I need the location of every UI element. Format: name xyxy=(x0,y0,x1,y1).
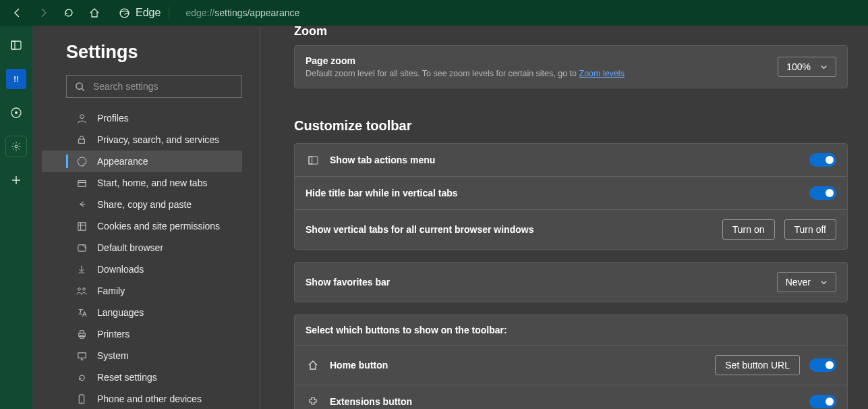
nav-label: Family xyxy=(97,285,125,296)
download-icon xyxy=(76,265,88,274)
turn-off-button[interactable]: Turn off xyxy=(784,219,836,240)
nav-label: Start, home, and new tabs xyxy=(97,178,207,188)
lock-icon xyxy=(76,135,88,144)
home-row-icon xyxy=(306,360,320,371)
nav-start[interactable]: Start, home, and new tabs xyxy=(42,172,242,194)
search-input[interactable] xyxy=(93,81,233,92)
home-button-toolbar[interactable] xyxy=(82,3,107,23)
set-button-url-button[interactable]: Set button URL xyxy=(715,355,800,375)
select-buttons-heading: Select which buttons to show on the tool… xyxy=(306,325,507,335)
settings-title: Settings xyxy=(66,42,242,63)
nav-profiles[interactable]: Profiles xyxy=(42,107,242,129)
nav-default-browser[interactable]: Default browser xyxy=(42,237,242,258)
favorites-value: Never xyxy=(786,277,811,288)
nav-label: Reset settings xyxy=(97,372,157,383)
search-settings[interactable] xyxy=(66,75,242,98)
favorites-card: Show favorites bar Never xyxy=(294,262,848,302)
phone-icon xyxy=(76,394,88,404)
page-zoom-label: Page zoom xyxy=(306,55,768,66)
home-icon xyxy=(89,7,100,18)
nav-phone[interactable]: Phone and other devices xyxy=(42,388,242,409)
svg-point-13 xyxy=(83,288,86,291)
nav-label: Appearance xyxy=(97,156,148,167)
svg-point-12 xyxy=(78,288,81,291)
page-zoom-dropdown[interactable]: 100% xyxy=(778,57,836,77)
nav-label: Printers xyxy=(97,329,129,339)
home-button-toggle[interactable] xyxy=(809,358,836,372)
nav-label: Privacy, search, and services xyxy=(97,134,219,145)
toolbar-card-1: Show tab actions menu Hide title bar whi… xyxy=(294,143,848,250)
site-identity[interactable]: Edge xyxy=(112,3,176,23)
nav-cookies[interactable]: Cookies and site permissions xyxy=(42,215,242,237)
tab-actions-row-icon xyxy=(306,155,320,165)
nav-system[interactable]: System xyxy=(42,345,242,366)
new-tab-button[interactable] xyxy=(6,170,26,190)
hide-title-bar-label: Hide title bar while in vertical tabs xyxy=(306,188,800,198)
svg-point-7 xyxy=(80,114,84,118)
svg-rect-2 xyxy=(11,41,15,49)
refresh-button[interactable] xyxy=(57,3,81,23)
svg-rect-15 xyxy=(80,330,84,333)
chevron-down-icon xyxy=(820,63,828,71)
extensions-button-label: Extensions button xyxy=(330,396,800,407)
settings-tab-icon[interactable] xyxy=(6,136,26,157)
refresh-icon xyxy=(63,7,74,18)
svg-rect-1 xyxy=(11,41,21,49)
search-icon xyxy=(75,82,85,92)
languages-icon xyxy=(76,308,88,318)
extensions-row-icon xyxy=(306,396,320,407)
pinned-tab-icon[interactable]: !! xyxy=(6,69,26,89)
tab-actions-icon[interactable] xyxy=(6,35,26,55)
show-tab-actions-label: Show tab actions menu xyxy=(330,155,800,165)
nav-languages[interactable]: Languages xyxy=(42,302,242,323)
family-icon xyxy=(76,286,88,296)
nav-printers[interactable]: Printers xyxy=(42,323,242,345)
hide-title-bar-toggle[interactable] xyxy=(809,186,836,200)
turn-on-button[interactable]: Turn on xyxy=(722,219,775,240)
nav-appearance[interactable]: Appearance xyxy=(42,151,242,172)
zoom-card: Page zoom Default zoom level for all sit… xyxy=(294,45,848,88)
pinned-tab-circle-icon[interactable] xyxy=(6,103,26,123)
brush-icon xyxy=(76,157,88,167)
printer-icon xyxy=(76,329,88,339)
zoom-levels-link[interactable]: Zoom levels xyxy=(579,69,625,78)
forward-button[interactable] xyxy=(31,3,55,23)
nav-label: Default browser xyxy=(97,242,163,253)
svg-point-5 xyxy=(15,145,18,148)
show-favorites-label: Show favorites bar xyxy=(306,277,768,288)
extensions-button-toggle[interactable] xyxy=(809,395,836,408)
nav-reset[interactable]: Reset settings xyxy=(42,366,242,388)
customize-toolbar-heading: Customize toolbar xyxy=(294,118,848,134)
share-icon xyxy=(76,200,88,210)
arrow-left-icon xyxy=(12,7,23,18)
nav-downloads[interactable]: Downloads xyxy=(42,258,242,280)
svg-rect-21 xyxy=(308,156,312,163)
cookies-icon xyxy=(76,221,88,231)
page-zoom-desc: Default zoom level for all sites. To see… xyxy=(306,69,768,78)
svg-rect-11 xyxy=(78,244,85,250)
url-scheme: edge:// xyxy=(185,7,214,18)
svg-rect-9 xyxy=(78,180,85,186)
settings-sidebar: Settings Profiles Privacy, search, and s… xyxy=(32,26,260,409)
chevron-down-icon xyxy=(820,279,828,286)
nav-label: Phone and other devices xyxy=(97,393,202,404)
favorites-dropdown[interactable]: Never xyxy=(777,272,836,292)
nav-share[interactable]: Share, copy and paste xyxy=(42,194,242,215)
svg-rect-8 xyxy=(79,139,85,143)
nav-privacy[interactable]: Privacy, search, and services xyxy=(42,129,242,151)
back-button[interactable] xyxy=(5,3,30,23)
nav-label: Languages xyxy=(97,307,144,318)
settings-nav-list: Profiles Privacy, search, and services A… xyxy=(42,107,242,409)
address-bar[interactable]: edge://settings/appearance xyxy=(185,7,299,18)
nav-label: Downloads xyxy=(97,264,144,275)
zoom-value: 100% xyxy=(786,61,811,72)
toolbar-buttons-card: Select which buttons to show on the tool… xyxy=(294,315,848,409)
svg-point-6 xyxy=(76,82,82,88)
nav-label: Cookies and site permissions xyxy=(97,221,220,231)
svg-rect-10 xyxy=(78,222,85,229)
nav-label: Profiles xyxy=(97,113,129,124)
show-tab-actions-toggle[interactable] xyxy=(809,153,836,167)
nav-family[interactable]: Family xyxy=(42,280,242,302)
vertical-tab-strip: !! xyxy=(0,26,32,409)
separator xyxy=(169,7,169,19)
